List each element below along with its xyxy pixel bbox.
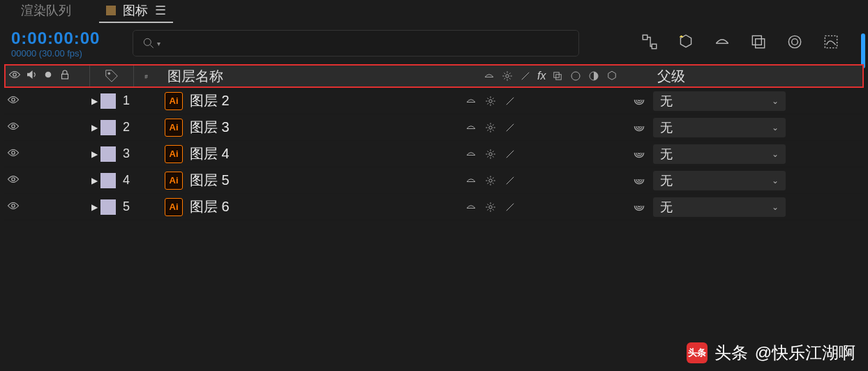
svg-line-37 xyxy=(507,176,514,184)
shy-switch-icon[interactable] xyxy=(465,121,477,134)
layer-switches[interactable] xyxy=(465,121,562,134)
quality-switch-icon[interactable] xyxy=(504,148,516,160)
layer-switches[interactable] xyxy=(465,174,562,187)
layer-index: 4 xyxy=(116,173,137,188)
shy-toggle-icon[interactable] xyxy=(713,33,731,54)
svg-line-41 xyxy=(507,203,514,211)
label-color[interactable] xyxy=(100,120,116,135)
shy-switch-icon[interactable] xyxy=(465,95,477,107)
layer-index: 2 xyxy=(116,120,137,135)
svg-point-24 xyxy=(489,99,493,103)
layer-name[interactable]: 图层 2 xyxy=(183,91,230,110)
svg-point-22 xyxy=(12,98,15,101)
layer-switches[interactable] xyxy=(465,95,562,107)
parent-dropdown[interactable]: 无 ⌄ xyxy=(653,118,786,137)
collapse-switch-icon[interactable] xyxy=(484,121,497,134)
frame-blend-col-icon xyxy=(551,70,564,82)
panel-tabs: 渲染队列 图标 ☰ xyxy=(0,0,868,22)
svg-line-29 xyxy=(507,123,514,131)
quality-switch-icon[interactable] xyxy=(504,201,516,213)
parent-pickwhip-icon[interactable] xyxy=(632,146,646,162)
label-color[interactable] xyxy=(100,199,116,215)
shy-switch-icon[interactable] xyxy=(465,174,477,187)
tab-render-queue[interactable]: 渲染队列 xyxy=(14,0,78,23)
visibility-toggle[interactable] xyxy=(7,93,20,109)
svg-line-1 xyxy=(151,45,154,48)
layer-row[interactable]: ▶ 1 Ai 图层 2 无 ⌄ xyxy=(4,88,864,114)
solo-column-icon[interactable] xyxy=(42,68,54,84)
parent-value: 无 xyxy=(660,119,673,136)
chevron-down-icon: ⌄ xyxy=(772,176,779,186)
label-color[interactable] xyxy=(100,146,116,162)
svg-point-20 xyxy=(571,72,580,80)
svg-line-17 xyxy=(522,73,530,80)
chevron-down-icon: ⌄ xyxy=(772,202,779,212)
visibility-toggle[interactable] xyxy=(7,120,20,135)
layer-name[interactable]: 图层 5 xyxy=(183,171,230,190)
quality-switch-icon[interactable] xyxy=(504,121,516,134)
layer-name[interactable]: 图层 3 xyxy=(183,118,230,137)
visibility-column-icon[interactable] xyxy=(8,68,21,84)
label-color[interactable] xyxy=(100,93,116,109)
collapse-switch-icon[interactable] xyxy=(484,148,497,160)
layer-name-column[interactable]: 图层名称 xyxy=(162,67,483,86)
visibility-toggle[interactable] xyxy=(7,146,20,162)
layer-switches[interactable] xyxy=(465,201,562,213)
parent-pickwhip-icon[interactable] xyxy=(632,172,646,189)
layer-switches[interactable] xyxy=(465,148,562,160)
collapse-switch-icon[interactable] xyxy=(484,95,497,107)
expand-toggle[interactable]: ▶ xyxy=(88,202,100,212)
svg-text:#: # xyxy=(144,74,148,80)
layer-name[interactable]: 图层 4 xyxy=(183,144,230,163)
current-time[interactable]: 0:00:00:00 xyxy=(11,29,133,48)
layer-row[interactable]: ▶ 4 Ai 图层 5 无 ⌄ xyxy=(4,167,864,194)
collapse-transform-icon xyxy=(501,70,514,82)
layer-row[interactable]: ▶ 3 Ai 图层 4 无 ⌄ xyxy=(4,141,864,167)
parent-pickwhip-icon[interactable] xyxy=(632,119,646,136)
parent-dropdown[interactable]: 无 ⌄ xyxy=(653,171,786,190)
quality-switch-icon[interactable] xyxy=(504,174,516,187)
collapse-switch-icon[interactable] xyxy=(484,174,497,187)
search-input[interactable]: ▾ xyxy=(133,30,579,56)
collapse-switch-icon[interactable] xyxy=(484,201,497,213)
expand-toggle[interactable]: ▶ xyxy=(88,176,100,186)
audio-column-icon[interactable] xyxy=(25,68,38,84)
index-column-icon[interactable]: # xyxy=(134,71,162,81)
tab-menu-icon[interactable]: ☰ xyxy=(155,3,166,18)
comp-mini-flowchart-icon[interactable] xyxy=(641,33,659,54)
parent-dropdown[interactable]: 无 ⌄ xyxy=(653,197,786,217)
shy-switch-icon[interactable] xyxy=(465,148,477,160)
parent-dropdown[interactable]: 无 ⌄ xyxy=(653,91,786,111)
visibility-toggle[interactable] xyxy=(7,173,20,188)
svg-rect-19 xyxy=(556,75,562,80)
draft-3d-icon[interactable] xyxy=(677,33,695,54)
layer-row[interactable]: ▶ 5 Ai 图层 6 无 ⌄ xyxy=(4,194,864,220)
chevron-down-icon: ⌄ xyxy=(772,96,779,106)
tab-composition[interactable]: 图标 ☰ xyxy=(99,0,173,23)
expand-toggle[interactable]: ▶ xyxy=(88,96,100,106)
expand-toggle[interactable]: ▶ xyxy=(88,123,100,132)
switches-column: fx xyxy=(483,70,650,82)
visibility-toggle[interactable] xyxy=(7,199,20,215)
svg-point-8 xyxy=(792,39,798,45)
frame-blend-icon[interactable] xyxy=(749,33,768,54)
parent-column[interactable]: 父级 xyxy=(650,67,804,86)
motion-blur-col-icon xyxy=(569,70,582,82)
svg-point-34 xyxy=(12,177,15,181)
lock-column-icon[interactable] xyxy=(59,68,71,84)
fx-icon: fx xyxy=(537,70,546,82)
svg-point-10 xyxy=(13,73,17,77)
svg-point-16 xyxy=(506,75,509,78)
shy-switch-icon[interactable] xyxy=(465,201,477,213)
label-color[interactable] xyxy=(100,173,116,188)
layer-row[interactable]: ▶ 2 Ai 图层 3 无 ⌄ xyxy=(4,114,864,141)
graph-editor-icon[interactable] xyxy=(822,33,840,54)
parent-pickwhip-icon[interactable] xyxy=(632,93,646,109)
parent-dropdown[interactable]: 无 ⌄ xyxy=(653,144,786,164)
quality-switch-icon[interactable] xyxy=(504,95,516,107)
parent-pickwhip-icon[interactable] xyxy=(632,199,646,215)
label-column-icon[interactable] xyxy=(89,66,134,86)
layer-name[interactable]: 图层 6 xyxy=(183,197,230,216)
motion-blur-icon[interactable] xyxy=(786,33,804,54)
expand-toggle[interactable]: ▶ xyxy=(88,149,100,159)
